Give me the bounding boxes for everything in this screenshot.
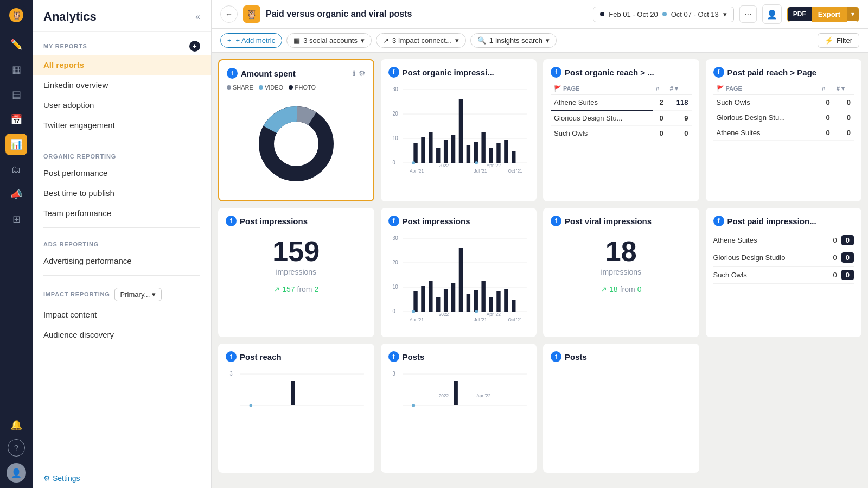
facebook-icon: f: [226, 216, 237, 226]
card-header: f Post paid reach > Page: [713, 67, 854, 78]
svg-text:Oct '21: Oct '21: [508, 317, 522, 322]
svg-text:Apr '22: Apr '22: [486, 163, 500, 168]
sidebar-item-best-time[interactable]: Best time to publish: [33, 183, 211, 203]
card-title: Posts: [565, 352, 692, 362]
posts-metric-card: f Posts: [543, 344, 699, 473]
insights-search-filter[interactable]: 🔍 1 Insights search ▾: [470, 33, 557, 48]
facebook-icon: f: [551, 216, 561, 226]
megaphone-icon[interactable]: 📣: [5, 183, 27, 205]
date-range-2: Oct 07 - Oct 13: [671, 10, 719, 18]
info-icon[interactable]: ℹ: [353, 69, 355, 78]
chevron-down-icon: ▾: [546, 36, 550, 45]
values: 0 0: [833, 235, 854, 245]
my-reports-section: MY REPORTS +: [33, 32, 211, 55]
svg-rect-25: [496, 143, 500, 163]
svg-text:Apr '21: Apr '21: [409, 168, 423, 174]
page-name: Athene Suites: [551, 95, 653, 111]
add-report-button[interactable]: +: [189, 41, 200, 52]
hash1-col-header[interactable]: #: [819, 83, 833, 95]
svg-rect-27: [512, 151, 515, 163]
value1: 0: [819, 125, 833, 141]
line-chart: 30 20 10 0: [388, 83, 529, 181]
sidebar-item-linkedin[interactable]: Linkedin overview: [33, 75, 211, 95]
add-metric-button[interactable]: + + Add metric: [220, 33, 282, 48]
paid-reach-table: 🚩 PAGE # # ▾ Such Owls 0 0 Glorious Desi…: [713, 83, 854, 141]
sidebar: Analytics « MY REPORTS + All reports Lin…: [33, 0, 212, 488]
date-range-selector[interactable]: Feb 01 - Oct 20 Oct 07 - Oct 13 ▾: [593, 7, 733, 22]
help-icon[interactable]: ?: [8, 439, 25, 457]
facebook-icon: f: [551, 351, 561, 362]
page-name: Such Owls: [551, 126, 653, 141]
dashboard-icon[interactable]: ▦: [5, 59, 27, 80]
svg-text:2022: 2022: [438, 393, 449, 398]
impact-dropdown[interactable]: Primary... ▾: [114, 288, 162, 301]
grid-icon[interactable]: ⊞: [5, 208, 27, 230]
sidebar-item-user-adoption[interactable]: User adoption: [33, 95, 211, 115]
calendar-icon[interactable]: 📅: [5, 109, 27, 130]
bell-icon[interactable]: 🔔: [5, 414, 27, 436]
svg-rect-44: [421, 286, 425, 312]
avatar[interactable]: 👤: [7, 463, 26, 483]
facebook-icon: f: [713, 216, 724, 226]
svg-point-29: [475, 161, 478, 164]
social-accounts-filter[interactable]: ▦ 3 social accounts ▾: [286, 33, 372, 48]
card-header: f Post impressions: [388, 216, 529, 226]
table-row: Such Owls 0 0: [551, 126, 692, 141]
post-impressions-metric-card: f Post impressions 159 impressions ↗ 157…: [218, 208, 374, 337]
dashboard-grid: f Amount spent ℹ ⚙ SHARE VIDEO PHOTO: [212, 53, 868, 488]
hash1-col-header[interactable]: #: [653, 83, 667, 95]
svg-text:30: 30: [392, 86, 398, 92]
svg-rect-53: [489, 297, 493, 312]
table-row: Athene Suites 0 0: [713, 232, 854, 249]
page-col-header: 🚩 PAGE: [713, 83, 819, 95]
sidebar-item-all-reports[interactable]: All reports: [33, 55, 211, 75]
post-organic-reach-card: f Post organic reach > ... 🚩 PAGE # # ▾ …: [543, 59, 699, 201]
svg-text:2022: 2022: [438, 163, 449, 168]
settings-link[interactable]: ⚙ Settings: [33, 468, 211, 488]
plus-icon: +: [227, 36, 232, 45]
more-options-button[interactable]: ···: [739, 5, 757, 23]
page-name: Such Owls: [713, 95, 819, 110]
svg-rect-16: [429, 132, 432, 163]
svg-text:3: 3: [392, 371, 395, 377]
app-logo[interactable]: 🦉: [7, 5, 26, 25]
svg-text:Apr '22: Apr '22: [476, 393, 490, 398]
bar-chart-icon[interactable]: ▤: [5, 84, 27, 105]
sidebar-item-impact-content[interactable]: Impact content: [33, 305, 211, 325]
sidebar-collapse-button[interactable]: «: [195, 12, 200, 22]
hash2-col-header[interactable]: # ▾: [667, 83, 692, 95]
sidebar-item-audience-discovery[interactable]: Audience discovery: [33, 325, 211, 345]
report-owl-icon: 🦉: [243, 5, 260, 23]
analytics-icon[interactable]: 📊: [5, 134, 27, 155]
svg-rect-56: [512, 300, 515, 312]
back-button[interactable]: ←: [220, 5, 238, 23]
svg-rect-52: [481, 281, 485, 312]
card-header: f Amount spent ℹ ⚙: [227, 68, 366, 79]
page-name: Athene Suites: [713, 236, 757, 244]
impact-connect-filter[interactable]: ↗ 3 Impact connect... ▾: [376, 33, 466, 48]
briefcase-icon[interactable]: 🗂: [5, 159, 27, 180]
export-label: Export: [812, 7, 847, 22]
svg-point-5: [275, 122, 318, 166]
hash2-col-header[interactable]: # ▾: [833, 83, 854, 95]
svg-rect-26: [504, 140, 508, 163]
card-header: f Post paid impression...: [713, 216, 854, 226]
svg-text:Apr '22: Apr '22: [486, 312, 500, 317]
share-button[interactable]: 👤: [762, 4, 782, 24]
sidebar-item-twitter[interactable]: Twitter engagement: [33, 115, 211, 135]
main-content: ← 🦉 Paid versus organic and viral posts …: [212, 0, 868, 488]
metric-label: impressions: [551, 268, 692, 276]
sidebar-item-post-performance[interactable]: Post performance: [33, 163, 211, 183]
card-header: f Post organic reach > ...: [551, 67, 692, 78]
facebook-icon: f: [227, 68, 238, 79]
settings-icon[interactable]: ⚙: [359, 69, 366, 78]
filter-button[interactable]: ⚡ Filter: [818, 33, 859, 48]
sidebar-item-advertising[interactable]: Advertising performance: [33, 251, 211, 271]
svg-rect-20: [458, 99, 462, 163]
sidebar-item-team-performance[interactable]: Team performance: [33, 203, 211, 223]
svg-rect-46: [436, 297, 440, 312]
bar-chart-icon: ▦: [293, 36, 300, 45]
metric-value: 159: [226, 237, 367, 265]
export-button[interactable]: PDF Export ▾: [787, 7, 859, 22]
compose-icon[interactable]: ✏️: [5, 34, 27, 55]
